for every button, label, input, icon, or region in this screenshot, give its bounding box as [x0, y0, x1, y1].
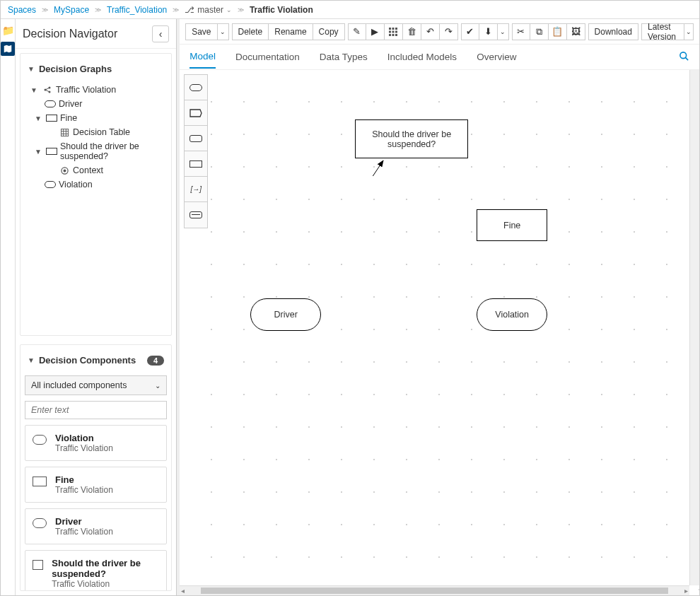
component-card[interactable]: DriverTraffic Violation [25, 508, 167, 544]
component-sub: Traffic Violation [55, 443, 113, 453]
download-icon[interactable]: ⬇ [479, 23, 498, 40]
scrollbar-thumb[interactable] [201, 588, 668, 594]
editor-toolbar: Save ⌄ Delete Rename Copy ✎ ▶ 🗑 ↶ ↷ ✔ ⬇ [180, 19, 699, 45]
component-sub: Traffic Violation [55, 485, 113, 495]
palette-data[interactable] [185, 202, 207, 228]
copy-button[interactable]: Copy [313, 23, 345, 40]
canvas[interactable]: [→] Should the driver be suspended? Fine… [180, 70, 699, 595]
svg-point-15 [680, 52, 687, 58]
collapse-button[interactable]: ‹ [152, 25, 169, 42]
palette-rect[interactable] [185, 151, 207, 177]
components-filter-input[interactable] [25, 401, 167, 419]
svg-rect-3 [61, 129, 68, 136]
tab-overview[interactable]: Overview [477, 46, 516, 68]
chevron-down-icon: ⌄ [500, 28, 506, 35]
node-suspended[interactable]: Should the driver be suspended? [355, 119, 468, 158]
search-icon[interactable] [679, 51, 689, 64]
tab-documentation[interactable]: Documentation [235, 46, 300, 68]
svg-rect-14 [395, 34, 397, 36]
component-sub: Traffic Violation [52, 579, 159, 589]
palette-text[interactable]: [→] [185, 177, 207, 202]
table-icon [59, 129, 70, 136]
component-card[interactable]: Should the driver be suspended?Traffic V… [25, 550, 167, 591]
download-button[interactable]: Download [588, 23, 638, 40]
editor-tabs: Model Documentation Data Types Included … [180, 45, 699, 70]
version-selector[interactable]: Latest Version [641, 23, 684, 40]
component-title: Fine [55, 474, 113, 485]
component-title: Violation [55, 433, 113, 443]
decision-components-header[interactable]: ▼ Decision Components 4 [25, 351, 167, 370]
copy-icon[interactable]: ⧉ [530, 23, 549, 40]
rename-button[interactable]: Rename [269, 23, 313, 40]
play-icon[interactable]: ▶ [366, 23, 385, 40]
decision-graph-tree: ▼ Traffic Violation Driver ▼ Fine [25, 78, 167, 192]
node-driver[interactable]: Driver [250, 298, 321, 331]
undo-icon[interactable]: ↶ [421, 23, 440, 40]
check-icon[interactable]: ✔ [461, 23, 479, 40]
components-count-badge: 4 [147, 356, 164, 366]
node-fine[interactable]: Fine [477, 209, 547, 241]
paste-icon[interactable]: 📋 [549, 23, 567, 40]
breadcrumb-myspace[interactable]: MySpace [54, 5, 89, 15]
delete-button[interactable]: Delete [232, 23, 269, 40]
node-violation[interactable]: Violation [477, 298, 547, 331]
breadcrumb-sep: ≫ [95, 6, 101, 13]
image-icon[interactable]: 🖼 [567, 23, 585, 40]
context-icon [59, 167, 70, 175]
tab-model[interactable]: Model [189, 45, 216, 69]
decision-navigator-panel: Decision Navigator ‹ ▼ Decision Graphs ▼… [16, 19, 177, 595]
decision-graphs-header[interactable]: ▼ Decision Graphs [25, 59, 167, 78]
trash-icon[interactable]: 🗑 [403, 23, 421, 40]
svg-rect-11 [395, 30, 397, 33]
rect-icon [33, 560, 43, 570]
component-title: Driver [55, 516, 113, 527]
palette-annotation[interactable] [185, 100, 207, 126]
navigator-title: Decision Navigator [23, 28, 117, 40]
oval-icon [33, 435, 47, 445]
save-button[interactable]: Save [185, 23, 217, 40]
save-dropdown[interactable]: ⌄ [218, 23, 229, 40]
component-card[interactable]: ViolationTraffic Violation [25, 425, 167, 461]
version-dropdown[interactable]: ⌄ [684, 23, 694, 40]
oval-icon [45, 181, 56, 188]
palette-rounded-rect[interactable] [185, 126, 207, 151]
svg-rect-7 [392, 28, 395, 30]
tree-fine[interactable]: ▼ Fine [30, 111, 167, 125]
tree-context[interactable]: Context [30, 163, 167, 177]
breadcrumb-sep: ≫ [238, 6, 244, 13]
edit-icon[interactable]: ✎ [348, 23, 366, 40]
redo-icon[interactable]: ↷ [440, 23, 458, 40]
breadcrumb-project[interactable]: Traffic_Violation [107, 5, 167, 15]
cut-icon[interactable]: ✂ [512, 23, 530, 40]
grid-icon[interactable] [385, 23, 403, 40]
tree-decision-table[interactable]: Decision Table [30, 125, 167, 139]
caret-down-icon: ▼ [30, 86, 37, 94]
breadcrumb-spaces[interactable]: Spaces [8, 5, 36, 15]
branch-selector[interactable]: ⎇ master ⌄ [185, 5, 232, 15]
tab-data-types[interactable]: Data Types [320, 46, 368, 68]
canvas-scrollbar-horizontal[interactable]: ◂ ▸ [180, 585, 689, 595]
palette-oval[interactable] [185, 75, 207, 100]
component-card[interactable]: FineTraffic Violation [25, 467, 167, 503]
rect-icon [46, 115, 57, 122]
caret-down-icon: ▼ [35, 148, 42, 156]
components-filter-dropdown[interactable]: All included components ⌄ [25, 375, 167, 395]
shape-palette: [→] [184, 74, 208, 228]
folder-icon[interactable]: 📁 [1, 23, 15, 37]
caret-down-icon: ▼ [35, 115, 42, 122]
component-sub: Traffic Violation [55, 527, 113, 537]
tree-suspended[interactable]: ▼ Should the driver be suspended? [30, 139, 167, 163]
download-dropdown[interactable]: ⌄ [498, 23, 509, 40]
tree-driver[interactable]: Driver [30, 97, 167, 111]
tree-root[interactable]: ▼ Traffic Violation [30, 83, 167, 97]
tree-violation[interactable]: Violation [30, 177, 167, 192]
left-rail: 📁 [1, 19, 16, 595]
breadcrumb: Spaces ≫ MySpace ≫ Traffic_Violation ≫ ⎇… [1, 1, 699, 19]
svg-rect-10 [392, 30, 395, 33]
component-title: Should the driver be suspended? [52, 558, 159, 579]
canvas-scrollbar-vertical[interactable] [689, 70, 699, 585]
svg-rect-12 [389, 34, 391, 36]
tab-included-models[interactable]: Included Models [387, 46, 457, 68]
map-icon[interactable] [1, 42, 15, 56]
caret-down-icon: ▼ [28, 65, 35, 73]
